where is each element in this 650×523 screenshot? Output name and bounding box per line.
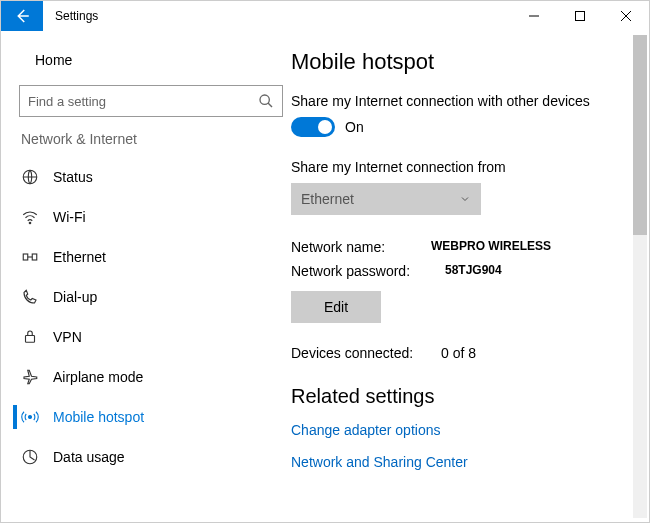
sidebar-item-ethernet[interactable]: Ethernet (13, 237, 291, 277)
link-network-sharing[interactable]: Network and Sharing Center (291, 454, 615, 470)
network-password-value: 58TJG904 (431, 263, 502, 279)
related-heading: Related settings (291, 385, 615, 408)
close-icon (621, 11, 631, 21)
sidebar-item-label: Status (53, 169, 93, 185)
arrow-left-icon (13, 7, 31, 25)
scrollbar[interactable] (633, 35, 647, 518)
main-content: Mobile hotspot Share my Internet connect… (291, 31, 649, 522)
search-input[interactable] (28, 94, 258, 109)
wifi-icon (21, 208, 39, 226)
sidebar-item-airplane[interactable]: Airplane mode (13, 357, 291, 397)
globe-icon (21, 168, 39, 186)
window-title: Settings (43, 1, 98, 31)
dropdown-value: Ethernet (301, 191, 354, 207)
share-toggle[interactable] (291, 117, 335, 137)
minimize-button[interactable] (511, 1, 557, 31)
home-label: Home (35, 52, 72, 68)
svg-rect-5 (23, 254, 28, 260)
svg-rect-6 (32, 254, 37, 260)
titlebar: Settings (1, 1, 649, 31)
close-button[interactable] (603, 1, 649, 31)
sidebar-item-wifi[interactable]: Wi-Fi (13, 197, 291, 237)
network-name-value: WEBPRO WIRELESS (431, 239, 551, 255)
svg-point-2 (260, 95, 269, 104)
toggle-state-label: On (345, 119, 364, 135)
edit-button[interactable]: Edit (291, 291, 381, 323)
airplane-icon (21, 368, 39, 386)
sidebar-item-label: Airplane mode (53, 369, 143, 385)
sidebar-item-status[interactable]: Status (13, 157, 291, 197)
toggle-knob (318, 120, 332, 134)
sidebar-item-hotspot[interactable]: Mobile hotspot (13, 397, 291, 437)
link-adapter-options[interactable]: Change adapter options (291, 422, 615, 438)
share-toggle-label: Share my Internet connection with other … (291, 93, 615, 109)
chevron-down-icon (459, 193, 471, 205)
sidebar-item-label: Ethernet (53, 249, 106, 265)
svg-point-4 (29, 222, 31, 224)
search-input-wrap[interactable] (19, 85, 283, 117)
back-button[interactable] (1, 1, 43, 31)
phone-icon (21, 288, 39, 306)
sidebar-item-dialup[interactable]: Dial-up (13, 277, 291, 317)
search-icon (258, 93, 274, 109)
svg-rect-0 (576, 12, 585, 21)
scrollbar-thumb[interactable] (633, 35, 647, 235)
ethernet-icon (21, 248, 39, 266)
sidebar-item-label: VPN (53, 329, 82, 345)
hotspot-icon (21, 408, 39, 426)
vpn-icon (21, 328, 39, 346)
svg-point-8 (29, 416, 32, 419)
network-name-label: Network name: (291, 239, 431, 255)
home-nav[interactable]: Home (13, 41, 291, 79)
category-label: Network & Internet (13, 127, 291, 157)
sidebar-item-vpn[interactable]: VPN (13, 317, 291, 357)
data-icon (21, 448, 39, 466)
network-password-label: Network password: (291, 263, 431, 279)
maximize-button[interactable] (557, 1, 603, 31)
active-indicator (13, 405, 17, 429)
sidebar-item-label: Mobile hotspot (53, 409, 144, 425)
sidebar-item-label: Wi-Fi (53, 209, 86, 225)
svg-rect-7 (26, 336, 35, 343)
devices-value: 0 of 8 (441, 345, 476, 361)
sidebar-item-label: Data usage (53, 449, 125, 465)
sidebar: Home Network & Internet Status Wi-Fi Eth… (1, 31, 291, 522)
minimize-icon (529, 11, 539, 21)
page-heading: Mobile hotspot (291, 49, 615, 75)
maximize-icon (575, 11, 585, 21)
sidebar-item-data[interactable]: Data usage (13, 437, 291, 477)
devices-label: Devices connected: (291, 345, 441, 361)
sidebar-item-label: Dial-up (53, 289, 97, 305)
share-from-dropdown[interactable]: Ethernet (291, 183, 481, 215)
share-from-label: Share my Internet connection from (291, 159, 615, 175)
